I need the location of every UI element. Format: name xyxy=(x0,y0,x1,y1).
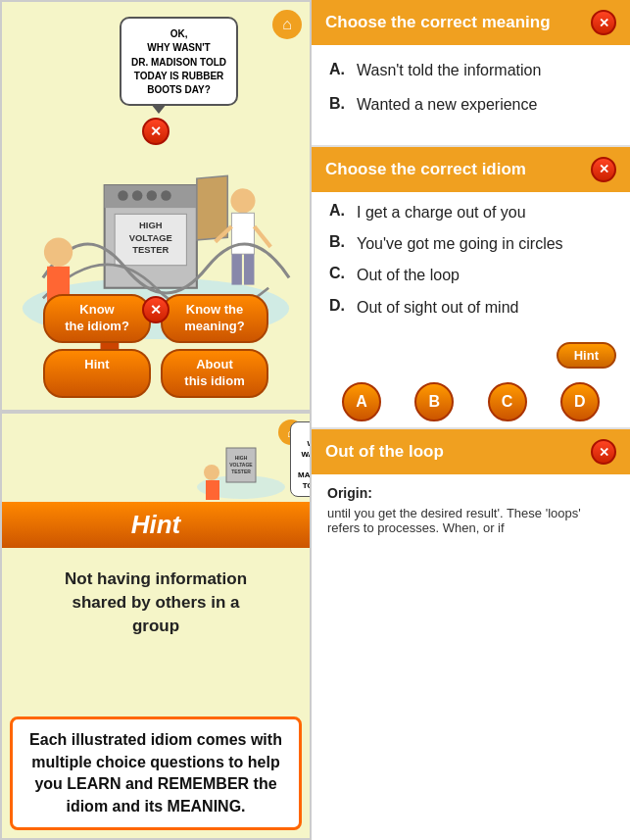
hint-cartoon-preview: ⌂ OK, WHY WASN'T DR. MADISON TOLD... HIG… xyxy=(192,414,310,502)
idiom-options: A. I get a charge out of you B. You've g… xyxy=(312,192,630,339)
svg-rect-14 xyxy=(231,254,241,284)
meaning-letter-b: B. xyxy=(329,95,349,113)
svg-point-18 xyxy=(44,237,73,266)
svg-point-3 xyxy=(118,190,127,200)
idiom-letter-b: B. xyxy=(329,233,349,251)
close-meaning-button[interactable]: ✕ xyxy=(591,10,616,35)
hint-button-right[interactable]: Hint xyxy=(557,342,616,369)
meaning-option-a[interactable]: A. Wasn't told the information xyxy=(329,61,612,81)
meaning-option-b[interactable]: B. Wanted a new experience xyxy=(329,95,612,116)
svg-line-17 xyxy=(254,226,270,247)
promo-text: Each illustrated idiom comes with multip… xyxy=(24,729,287,817)
speech-bubble-small-text: OK, WHY WASN'T DR. MADISON TOLD... xyxy=(298,428,312,490)
meaning-text-a: Wasn't told the information xyxy=(357,61,541,81)
idiom-title: Choose the correct idiom xyxy=(325,160,526,179)
loop-content: Origin: until you get the desired result… xyxy=(312,474,630,545)
origin-label: Origin: xyxy=(327,485,372,501)
meaning-letter-a: A. xyxy=(329,61,349,78)
close-button-cartoon[interactable]: ✕ xyxy=(142,118,170,145)
svg-point-4 xyxy=(132,190,142,200)
answer-bubble-d[interactable]: D xyxy=(560,382,600,421)
home-button-top[interactable]: ⌂ xyxy=(272,10,302,39)
close-loop-icon: ✕ xyxy=(599,445,609,460)
home-icon: ⌂ xyxy=(282,16,292,33)
close-loop-button[interactable]: ✕ xyxy=(591,439,616,465)
idiom-letter-d: D. xyxy=(329,297,349,315)
hint-text: Not having information shared by others … xyxy=(17,568,295,637)
right-panel: Choose the correct meaning ✕ A. Wasn't t… xyxy=(312,0,630,840)
svg-text:HIGH: HIGH xyxy=(139,220,163,230)
origin-text: until you get the desired result'. These… xyxy=(327,506,614,535)
svg-point-12 xyxy=(230,188,255,213)
idiom-option-a[interactable]: A. I get a charge out of you xyxy=(329,202,612,223)
left-panel: ⌂ OK, WHY WASN'T DR. MADISON TOLD TODAY … xyxy=(0,0,312,840)
close-circle-hint[interactable]: ✕ xyxy=(142,296,170,323)
answer-bubble-b[interactable]: B xyxy=(414,382,454,421)
close-icon: ✕ xyxy=(150,124,162,139)
hint-header: Hint xyxy=(2,502,310,548)
svg-text:TESTER: TESTER xyxy=(231,469,251,474)
svg-rect-30 xyxy=(206,480,219,500)
answer-bubbles: A B C D xyxy=(312,376,630,427)
svg-point-5 xyxy=(147,190,157,200)
svg-text:HIGH: HIGH xyxy=(235,455,248,461)
hint-button-left[interactable]: Hint xyxy=(43,349,151,398)
answer-bubble-a[interactable]: A xyxy=(342,382,381,421)
idiom-letter-a: A. xyxy=(329,202,349,220)
hint-content: Not having information shared by others … xyxy=(2,548,310,657)
svg-text:VOLTAGE: VOLTAGE xyxy=(129,232,172,243)
know-meaning-button[interactable]: Know the meaning? xyxy=(161,294,268,343)
meaning-options: A. Wasn't told the information B. Wanted… xyxy=(312,45,630,145)
close-icon-hint: ✕ xyxy=(150,302,162,318)
idiom-section-header: Choose the correct idiom ✕ xyxy=(312,147,630,192)
close-idiom-button[interactable]: ✕ xyxy=(591,157,616,182)
close-idiom-icon: ✕ xyxy=(599,162,609,176)
hint-title: Hint xyxy=(131,510,181,539)
idiom-option-b[interactable]: B. You've got me going in circles xyxy=(329,233,612,255)
idiom-text-b: You've got me going in circles xyxy=(357,233,563,255)
idiom-option-d[interactable]: D. Out of sight out of mind xyxy=(329,297,612,319)
svg-point-6 xyxy=(161,190,170,200)
idiom-text-a: I get a charge out of you xyxy=(357,202,526,223)
hint-button-area: Hint xyxy=(312,338,630,376)
about-idiom-button[interactable]: About this idiom xyxy=(161,349,268,398)
meaning-text-b: Wanted a new experience xyxy=(357,95,537,116)
svg-rect-15 xyxy=(244,254,254,284)
loop-section-header: Out of the loop ✕ xyxy=(312,429,630,474)
cartoon-area: ⌂ OK, WHY WASN'T DR. MADISON TOLD TODAY … xyxy=(0,0,312,412)
loop-section: Out of the loop ✕ Origin: until you get … xyxy=(312,429,630,545)
promo-box: Each illustrated idiom comes with multip… xyxy=(10,716,302,830)
meaning-section-header: Choose the correct meaning ✕ xyxy=(312,0,630,45)
svg-text:TESTER: TESTER xyxy=(132,244,169,255)
idiom-text-d: Out of sight out of mind xyxy=(357,297,518,319)
hint-panel: ⌂ OK, WHY WASN'T DR. MADISON TOLD... HIG… xyxy=(0,412,312,840)
buttons-row-bottom: Hint About this idiom xyxy=(22,349,290,398)
idiom-option-c[interactable]: C. Out of the loop xyxy=(329,265,612,286)
answer-bubble-c[interactable]: C xyxy=(488,382,527,421)
speech-bubble-small: OK, WHY WASN'T DR. MADISON TOLD... xyxy=(290,421,312,497)
svg-rect-11 xyxy=(197,175,227,240)
know-idiom-button[interactable]: Know the idiom? xyxy=(43,294,151,343)
speech-bubble-text: OK, WHY WASN'T DR. MADISON TOLD TODAY IS… xyxy=(131,28,226,95)
loop-title: Out of the loop xyxy=(325,442,444,462)
meaning-title: Choose the correct meaning xyxy=(325,13,551,32)
svg-rect-13 xyxy=(231,213,254,254)
svg-point-29 xyxy=(204,465,219,480)
speech-bubble-cartoon: OK, WHY WASN'T DR. MADISON TOLD TODAY IS… xyxy=(120,17,238,106)
close-meaning-icon: ✕ xyxy=(599,16,609,30)
svg-text:VOLTAGE: VOLTAGE xyxy=(229,462,253,468)
idiom-letter-c: C. xyxy=(329,265,349,282)
idiom-text-c: Out of the loop xyxy=(357,265,460,286)
